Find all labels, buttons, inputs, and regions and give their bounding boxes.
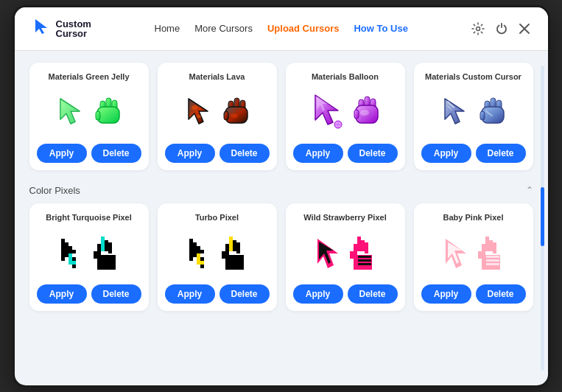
card-balloon-images (310, 88, 381, 138)
svg-rect-80 (193, 242, 197, 246)
svg-rect-131 (350, 251, 354, 255)
card-turquoise-buttons: Apply Delete (37, 284, 141, 304)
apply-green-jelly[interactable]: Apply (37, 144, 87, 163)
svg-rect-71 (97, 251, 101, 255)
svg-point-13 (197, 115, 201, 118)
svg-rect-52 (69, 253, 72, 257)
svg-rect-84 (189, 250, 193, 253)
svg-rect-54 (69, 257, 72, 261)
svg-rect-108 (225, 248, 229, 251)
svg-rect-118 (357, 237, 361, 240)
svg-rect-49 (72, 250, 76, 253)
svg-rect-107 (225, 244, 229, 248)
delete-turquoise[interactable]: Delete (91, 284, 141, 304)
svg-rect-57 (72, 261, 76, 265)
scrollbar-thumb[interactable] (541, 187, 544, 246)
svg-rect-70 (97, 248, 101, 251)
delete-custom-cursor[interactable]: Delete (476, 144, 526, 163)
card-custom-cursor-title: Materials Custom Cursor (425, 71, 521, 82)
nav-home[interactable]: Home (155, 23, 180, 34)
svg-rect-88 (189, 253, 193, 257)
svg-rect-123 (361, 244, 365, 248)
materials-grid: Materials Green Jelly (29, 63, 533, 170)
apply-turbo[interactable]: Apply (165, 284, 215, 304)
header-icons (471, 22, 530, 35)
apply-lava[interactable]: Apply (165, 144, 215, 163)
svg-rect-130 (354, 251, 357, 255)
svg-rect-106 (236, 250, 240, 253)
svg-rect-90 (197, 253, 200, 257)
svg-point-12 (192, 105, 197, 110)
apply-balloon[interactable]: Apply (293, 144, 343, 163)
nav-how-to-use[interactable]: How To Use (354, 23, 407, 34)
svg-rect-56 (69, 261, 72, 265)
delete-lava[interactable]: Delete (219, 144, 270, 163)
svg-rect-122 (361, 240, 365, 244)
card-balloon-title: Materials Balloon (312, 71, 379, 82)
card-strawberry-images (313, 228, 378, 279)
card-turbo: Turbo Pixel (158, 203, 277, 311)
svg-rect-99 (229, 244, 233, 248)
svg-rect-127 (365, 250, 368, 253)
svg-rect-86 (197, 250, 200, 253)
svg-rect-87 (200, 250, 204, 253)
svg-rect-139 (358, 263, 371, 265)
section-collapse-arrow[interactable]: ⌃ (526, 185, 533, 195)
svg-rect-102 (233, 244, 236, 248)
svg-rect-161 (482, 266, 500, 270)
card-green-jelly: Materials Green Jelly (29, 63, 149, 170)
svg-rect-53 (61, 257, 65, 261)
apply-turquoise[interactable]: Apply (37, 284, 87, 304)
custom-hand (479, 95, 507, 130)
nav-upload-cursors[interactable]: Upload Cursors (267, 23, 340, 34)
svg-rect-85 (193, 250, 197, 253)
svg-rect-101 (233, 240, 236, 244)
logo-icon (32, 18, 52, 40)
green-jelly-arrow (56, 96, 90, 130)
apply-custom-cursor[interactable]: Apply (421, 144, 471, 163)
svg-rect-63 (105, 240, 108, 244)
svg-rect-153 (482, 244, 485, 248)
color-pixels-label: Color Pixels (29, 185, 80, 196)
card-green-jelly-buttons: Apply Delete (37, 144, 141, 163)
svg-rect-146 (485, 248, 489, 251)
svg-rect-113 (225, 259, 244, 262)
svg-rect-55 (72, 257, 76, 261)
apply-strawberry[interactable]: Apply (293, 284, 343, 304)
delete-balloon[interactable]: Delete (348, 144, 398, 163)
card-turbo-title: Turbo Pixel (195, 212, 239, 223)
svg-rect-61 (101, 244, 105, 248)
svg-rect-65 (105, 248, 108, 251)
apply-pink[interactable]: Apply (421, 284, 471, 304)
svg-point-1 (476, 27, 480, 30)
svg-rect-64 (105, 244, 108, 248)
delete-green-jelly[interactable]: Delete (91, 144, 141, 163)
svg-rect-82 (193, 246, 197, 250)
svg-rect-76 (97, 262, 116, 266)
svg-rect-92 (197, 257, 200, 261)
card-lava-buttons: Apply Delete (165, 144, 270, 163)
close-icon[interactable] (519, 23, 530, 35)
nav-more-cursors[interactable]: More Cursors (194, 23, 253, 34)
svg-rect-44 (65, 246, 69, 250)
svg-rect-58 (72, 265, 76, 268)
svg-rect-151 (493, 246, 496, 250)
svg-marker-0 (35, 19, 47, 34)
card-turquoise: Bright Turquoise Pixel (29, 203, 149, 311)
svg-rect-155 (482, 251, 485, 255)
svg-rect-47 (65, 250, 69, 253)
turquoise-arrow (57, 237, 86, 270)
svg-rect-120 (357, 244, 361, 248)
svg-rect-50 (61, 253, 65, 257)
power-icon[interactable] (495, 22, 508, 35)
settings-icon[interactable] (471, 22, 485, 35)
delete-strawberry[interactable]: Delete (348, 284, 398, 304)
svg-rect-98 (229, 240, 233, 244)
svg-rect-105 (236, 246, 240, 250)
turbo-hand (219, 235, 250, 272)
delete-pink[interactable]: Delete (476, 284, 526, 304)
delete-turbo[interactable]: Delete (219, 284, 270, 304)
svg-rect-42 (65, 242, 69, 246)
svg-rect-125 (365, 242, 368, 246)
svg-point-30 (360, 110, 369, 116)
